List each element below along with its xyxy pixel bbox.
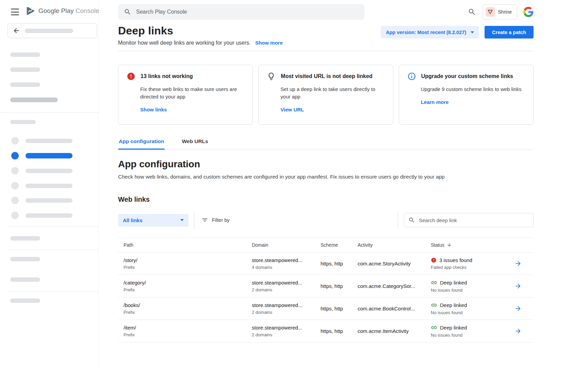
nav-item-icon [11,182,19,189]
activity-value: com.acme.BookControl... [358,306,431,311]
status-value: 3 issues found [439,257,472,263]
menu-icon[interactable] [11,9,19,15]
lightbulb-icon [267,72,276,81]
table-header-row: Path Domain Scheme Activity Status [118,237,534,252]
topbar-right: Shrine [468,4,534,19]
brand-text: Google Play Console [38,7,99,15]
error-icon [431,257,437,263]
global-search-icon[interactable] [468,7,476,16]
nav-item-label-skeleton [26,169,72,173]
filter-by-button[interactable]: Filter by [201,217,230,224]
path-type: Prefix [124,332,252,337]
sidebar-skeleton-item [10,257,40,261]
sidebar-skeleton-item [10,298,40,303]
card-body: Fix these web links to make sure users a… [140,86,243,101]
links-filter-dropdown[interactable]: All links [118,214,189,227]
back-navigation-box[interactable] [7,23,97,38]
link-icon [431,302,437,308]
column-header-status[interactable]: Status [431,242,513,248]
section-description: Check how web links, domains, and custom… [118,174,534,180]
sidebar-skeleton-item [10,67,40,72]
column-header-domain: Domain [252,242,321,248]
sidebar: Google Play Console [0,0,99,368]
app-version-dropdown[interactable]: App version: Most recent (8.2.027) [381,26,479,39]
sidebar-divider [7,250,99,250]
domain-count: 2 domains [252,332,321,337]
show-more-link[interactable]: Show more [255,40,283,46]
search-icon [408,217,415,224]
sidebar-nav-item[interactable] [11,196,88,204]
table-row[interactable]: /item/Prefix store.steampowered...2 doma… [118,320,534,342]
row-detail-arrow-icon[interactable] [513,259,523,269]
back-arrow-icon[interactable] [12,26,21,35]
tab-web-urls[interactable]: Web URLs [181,138,209,150]
sidebar-nav-item[interactable] [11,137,88,145]
status-value: Deep linked [440,280,467,286]
row-detail-arrow-icon[interactable] [513,326,523,336]
scheme-value: https, http [321,283,358,289]
tab-bar: App configuration Web URLs [118,138,534,150]
sidebar-divider [7,291,99,292]
app-switcher-chip[interactable]: Shrine [483,4,517,19]
sort-descending-icon [447,242,452,247]
scheme-value: https, http [321,261,358,266]
play-console-searchbar[interactable] [118,4,364,20]
card-body: Upgrade 9 custom scheme links to web lin… [421,86,524,93]
card-links-not-working: 13 links not working Fix these web links… [118,65,253,125]
nav-item-label-skeleton [26,153,72,158]
card-title: 13 links not working [141,73,193,79]
sidebar-skeleton-item [10,277,40,282]
table-row[interactable]: /books/Prefix store.steampowered...2 dom… [118,297,534,320]
search-icon [124,8,131,16]
sidebar-skeleton-item [10,236,40,241]
row-detail-arrow-icon[interactable] [513,281,523,291]
status-detail: No issues found [431,333,513,338]
link-icon [431,279,437,286]
domain-value: store.steampowered... [252,302,321,308]
web-links-toolbar: All links Filter by [118,211,534,229]
scheme-value: https, http [321,328,358,334]
domain-count: 4 domains [252,265,321,270]
sidebar-divider [7,227,99,227]
card-body: Set up a deep link to take users directl… [280,86,383,101]
create-patch-button[interactable]: Create a patch [485,26,534,39]
path-type: Prefix [124,310,252,315]
learn-more-link[interactable]: Learn more [421,99,449,105]
path-value: /books/ [124,302,252,308]
chevron-down-icon [471,31,474,35]
google-play-console-logo: Google Play Console [25,6,99,16]
show-links-link[interactable]: Show links [140,107,167,112]
tab-app-configuration[interactable]: App configuration [118,138,165,150]
column-header-path: Path [124,242,252,248]
sidebar-nav-item[interactable] [11,167,88,175]
table-row[interactable]: /category/Prefix store.steampowered...2 … [118,275,534,297]
insight-cards: 13 links not working Fix these web links… [118,65,534,125]
app-version-label: App version: Most recent (8.2.027) [386,30,466,35]
play-console-logo-icon [25,6,35,16]
nav-item-icon [11,167,19,174]
sidebar-nav-item-active[interactable] [11,152,88,160]
play-console-app: Google Play Console [0,0,588,368]
table-row[interactable]: /story/Prefix store.steampowered...4 dom… [118,252,534,275]
deep-link-search[interactable] [404,213,534,227]
sidebar-nav-item[interactable] [11,211,88,219]
nav-item-label-skeleton [26,213,72,218]
domain-count: 2 domains [252,310,321,315]
column-header-activity: Activity [358,242,431,248]
play-console-search-input[interactable] [136,9,359,15]
topbar: Shrine [118,0,534,24]
link-icon [431,324,437,331]
view-url-link[interactable]: View URL [280,107,304,112]
deep-link-search-input[interactable] [419,217,529,223]
shrine-app-icon [486,7,495,17]
activity-value: com.acme.StoryActivity [358,261,431,266]
path-type: Prefix [124,287,252,292]
brand-secondary: Console [76,7,99,14]
sidebar-nav-item[interactable] [11,182,88,190]
google-account-avatar[interactable] [523,7,534,17]
page-subtitle: Monitor how well deep links are working … [118,40,251,46]
activity-value: com.acme.CategorySor... [358,283,431,289]
chevron-down-icon [180,219,184,223]
toolbar-divider [398,211,398,229]
row-detail-arrow-icon[interactable] [513,304,523,313]
